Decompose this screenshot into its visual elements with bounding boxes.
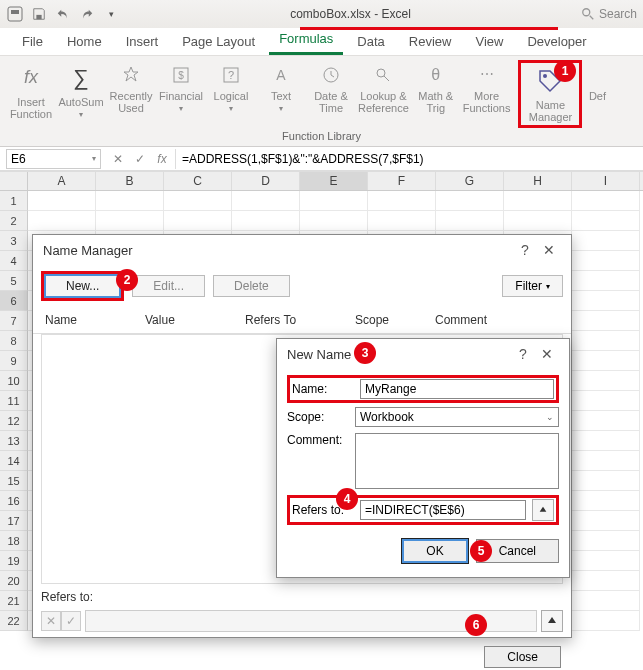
help-icon[interactable]: ? <box>511 346 535 362</box>
cell[interactable] <box>96 211 164 231</box>
col-header[interactable]: D <box>232 172 300 190</box>
cell[interactable] <box>164 211 232 231</box>
cell[interactable] <box>572 291 640 311</box>
row-header[interactable]: 19 <box>0 551 28 571</box>
cell[interactable] <box>572 591 640 611</box>
math-trig-button[interactable]: θ Math & Trig <box>411 60 461 128</box>
cell[interactable] <box>572 551 640 571</box>
tab-home[interactable]: Home <box>57 30 112 55</box>
row-header[interactable]: 16 <box>0 491 28 511</box>
row-header[interactable]: 17 <box>0 511 28 531</box>
row-header[interactable]: 2 <box>0 211 28 231</box>
col-value[interactable]: Value <box>141 311 241 329</box>
cell[interactable] <box>572 371 640 391</box>
autosum-button[interactable]: ∑ AutoSum ▾ <box>56 60 106 128</box>
col-header[interactable]: C <box>164 172 232 190</box>
text-button[interactable]: A Text ▾ <box>256 60 306 128</box>
row-header[interactable]: 10 <box>0 371 28 391</box>
row-header[interactable]: 14 <box>0 451 28 471</box>
close-icon[interactable]: ✕ <box>535 346 559 362</box>
col-header[interactable]: I <box>572 172 640 190</box>
range-select-icon[interactable] <box>541 610 563 632</box>
refers-to-input[interactable] <box>360 500 526 520</box>
cell[interactable] <box>436 191 504 211</box>
col-name[interactable]: Name <box>41 311 141 329</box>
cell[interactable] <box>572 531 640 551</box>
row-header[interactable]: 4 <box>0 251 28 271</box>
cell[interactable] <box>504 211 572 231</box>
cell[interactable] <box>28 211 96 231</box>
row-header[interactable]: 22 <box>0 611 28 631</box>
more-functions-button[interactable]: ⋯ More Functions <box>461 60 513 128</box>
cell[interactable] <box>572 311 640 331</box>
close-icon[interactable]: ✕ <box>537 242 561 258</box>
scope-select[interactable]: Workbook ⌄ <box>355 407 559 427</box>
cell[interactable] <box>572 351 640 371</box>
cell[interactable] <box>164 191 232 211</box>
row-header[interactable]: 12 <box>0 411 28 431</box>
col-header[interactable]: H <box>504 172 572 190</box>
cell[interactable] <box>504 191 572 211</box>
cell[interactable] <box>572 191 640 211</box>
cell[interactable] <box>572 251 640 271</box>
cell[interactable] <box>232 211 300 231</box>
col-header[interactable]: F <box>368 172 436 190</box>
col-scope[interactable]: Scope <box>351 311 431 329</box>
cell[interactable] <box>300 191 368 211</box>
define-name-partial[interactable]: Def <box>582 60 612 128</box>
col-header[interactable]: B <box>96 172 164 190</box>
row-header[interactable]: 20 <box>0 571 28 591</box>
col-comment[interactable]: Comment <box>431 311 563 329</box>
row-header[interactable]: 21 <box>0 591 28 611</box>
cell[interactable] <box>232 191 300 211</box>
cell[interactable] <box>572 391 640 411</box>
range-select-icon[interactable] <box>532 499 554 521</box>
cell[interactable] <box>572 451 640 471</box>
new-button[interactable]: New... <box>44 274 121 298</box>
search-box[interactable]: Search <box>581 7 637 21</box>
cell[interactable] <box>368 211 436 231</box>
cell[interactable] <box>572 491 640 511</box>
col-header[interactable]: E <box>300 172 368 190</box>
financial-button[interactable]: $ Financial ▾ <box>156 60 206 128</box>
recently-used-button[interactable]: Recently Used <box>106 60 156 128</box>
row-header[interactable]: 7 <box>0 311 28 331</box>
tab-formulas[interactable]: Formulas <box>269 27 343 55</box>
cancel-icon[interactable]: ✕ <box>109 152 127 166</box>
col-header[interactable]: A <box>28 172 96 190</box>
cell[interactable] <box>436 211 504 231</box>
tab-file[interactable]: File <box>12 30 53 55</box>
save-icon[interactable] <box>30 5 48 23</box>
row-header[interactable]: 18 <box>0 531 28 551</box>
col-header[interactable]: G <box>436 172 504 190</box>
tab-data[interactable]: Data <box>347 30 394 55</box>
row-header[interactable]: 6 <box>0 291 28 311</box>
row-header[interactable]: 1 <box>0 191 28 211</box>
filter-button[interactable]: Filter ▾ <box>502 275 563 297</box>
cell[interactable] <box>96 191 164 211</box>
cell[interactable] <box>28 191 96 211</box>
formula-input[interactable]: =ADDRESS(1,$F$1)&":"&ADDRESS(7,$F$1) <box>175 149 643 169</box>
cell[interactable] <box>572 611 640 631</box>
cell[interactable] <box>572 511 640 531</box>
name-input[interactable] <box>360 379 554 399</box>
tab-view[interactable]: View <box>465 30 513 55</box>
autosave-icon[interactable] <box>6 5 24 23</box>
lookup-reference-button[interactable]: Lookup & Reference <box>356 60 411 128</box>
cell[interactable] <box>572 431 640 451</box>
row-header[interactable]: 13 <box>0 431 28 451</box>
row-header[interactable]: 8 <box>0 331 28 351</box>
row-header[interactable]: 5 <box>0 271 28 291</box>
select-all-corner[interactable] <box>0 172 28 190</box>
cell[interactable] <box>368 191 436 211</box>
ok-button[interactable]: OK <box>402 539 467 563</box>
row-header[interactable]: 3 <box>0 231 28 251</box>
tab-insert[interactable]: Insert <box>116 30 169 55</box>
logical-button[interactable]: ? Logical ▾ <box>206 60 256 128</box>
cell[interactable] <box>572 331 640 351</box>
qat-dropdown-icon[interactable]: ▾ <box>102 5 120 23</box>
tab-page-layout[interactable]: Page Layout <box>172 30 265 55</box>
row-header[interactable]: 9 <box>0 351 28 371</box>
enter-icon[interactable]: ✓ <box>131 152 149 166</box>
row-header[interactable]: 11 <box>0 391 28 411</box>
